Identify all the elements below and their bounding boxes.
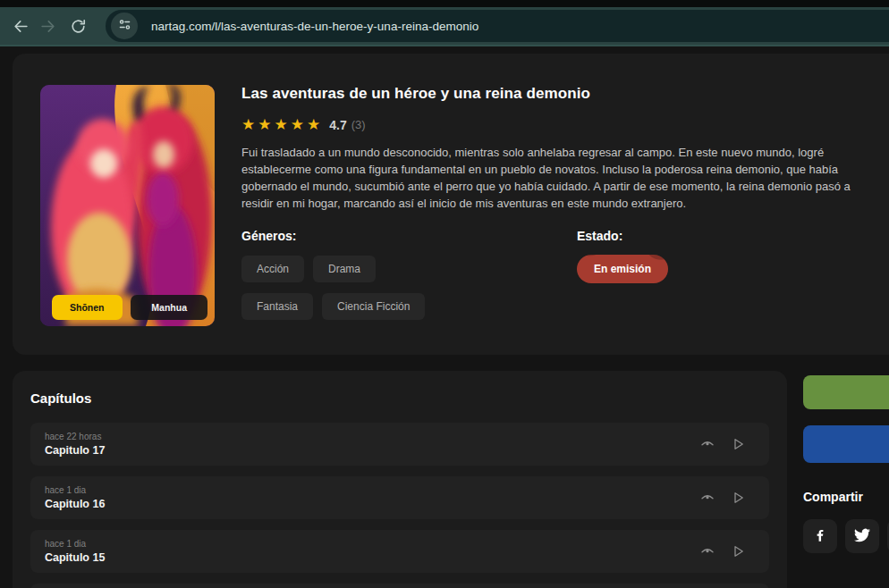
chapters-heading: Capítulos [30,391,769,406]
facebook-share-button[interactable] [803,519,837,553]
forward-arrow-icon [39,18,56,35]
toolbar-divider [0,45,889,46]
genre-chip[interactable]: Drama [313,256,376,282]
cover-badges: Shōnen Manhua [52,295,207,320]
play-icon[interactable] [730,436,746,452]
chapter-row[interactable]: hace 22 horas Capitulo 17 [30,423,769,466]
star-icon[interactable]: ★ [307,117,320,132]
forward-button[interactable] [34,13,61,39]
window-top-strip [0,0,889,7]
cover-image[interactable]: Shōnen Manhua [40,85,215,326]
chapter-title: Capitulo 16 [45,498,105,510]
last-chapter-button[interactable] [803,425,889,463]
series-details: Las aventuras de un héroe y una reina de… [241,85,871,326]
chapter-row[interactable]: hace 1 dia Capitulo 15 [30,530,769,573]
series-description: Fui trasladado a un mundo desconocido, m… [241,144,857,212]
share-label: Compartir [803,490,889,504]
facebook-icon [812,527,828,546]
star-icon[interactable]: ★ [241,117,255,132]
chapter-time: hace 22 horas [45,432,105,441]
eye-icon[interactable] [699,543,715,559]
cover-art-illustration [40,85,215,326]
reload-icon [70,18,87,35]
twitter-icon [854,527,870,546]
genre-chips: Acción Drama Fantasia Ciencia Ficción [241,256,452,320]
star-icon[interactable]: ★ [291,117,304,132]
chapter-info: hace 1 dia Capitulo 16 [45,485,105,510]
status-label: Estado: [577,229,668,243]
chapter-info: hace 1 dia Capitulo 15 [45,539,105,564]
reload-button[interactable] [64,13,91,39]
first-chapter-button[interactable] [803,375,889,409]
back-button[interactable] [7,13,34,39]
chapter-title: Capitulo 15 [45,551,105,564]
chapter-actions [699,490,746,506]
site-info-button[interactable] [111,13,138,39]
site-settings-icon [117,17,132,36]
browser-chrome: nartag.com/l/las-aventuras-de-un-heroe-y… [0,0,889,46]
rating-value: 4.7 [329,118,346,132]
status-section: Estado: En emisión [577,229,668,320]
address-bar[interactable]: nartag.com/l/las-aventuras-de-un-heroe-y… [106,10,889,42]
chapters-card: Capítulos hace 22 horas Capitulo 17 hace… [13,371,787,588]
url-text[interactable]: nartag.com/l/las-aventuras-de-un-heroe-y… [151,20,478,33]
chapter-time: hace 1 dia [45,539,105,549]
eye-icon[interactable] [699,490,715,506]
twitter-share-button[interactable] [845,519,879,553]
rating-row: ★ ★ ★ ★ ★ 4.7 (3) [241,117,871,132]
chapter-time: hace 1 dia [45,485,105,495]
chapter-row[interactable]: hace 1 dia Capitulo 16 [30,476,769,519]
genres-section: Géneros: Acción Drama Fantasia Ciencia F… [241,229,577,320]
chapter-list: hace 22 horas Capitulo 17 hace 1 dia Cap… [30,423,769,588]
chapter-row-partial[interactable] [30,584,769,588]
chapter-actions [699,436,746,452]
star-icon[interactable]: ★ [275,117,288,132]
star-icon[interactable]: ★ [258,117,271,132]
genre-chip[interactable]: Fantasia [241,293,313,320]
demographic-badge: Shōnen [52,295,123,320]
action-sidebar: Compartir [803,375,889,553]
chapter-info: hace 22 horas Capitulo 17 [45,432,105,457]
status-badge: En emisión [577,255,668,283]
play-icon[interactable] [730,490,746,506]
chapter-title: Capitulo 17 [45,444,105,457]
play-icon[interactable] [730,543,746,559]
format-badge: Manhua [131,295,207,320]
genre-chip[interactable]: Acción [241,256,304,282]
meta-row: Géneros: Acción Drama Fantasia Ciencia F… [241,229,871,320]
chapter-actions [699,543,746,559]
social-buttons [803,519,889,553]
eye-icon[interactable] [699,436,715,452]
series-info-card: Shōnen Manhua Las aventuras de un héroe … [13,54,889,355]
genres-label: Géneros: [241,229,577,243]
browser-toolbar: nartag.com/l/las-aventuras-de-un-heroe-y… [0,7,889,45]
series-title: Las aventuras de un héroe y una reina de… [241,85,871,103]
genre-chip[interactable]: Ciencia Ficción [322,293,425,320]
back-arrow-icon [13,18,30,35]
rating-count: (3) [351,118,366,131]
